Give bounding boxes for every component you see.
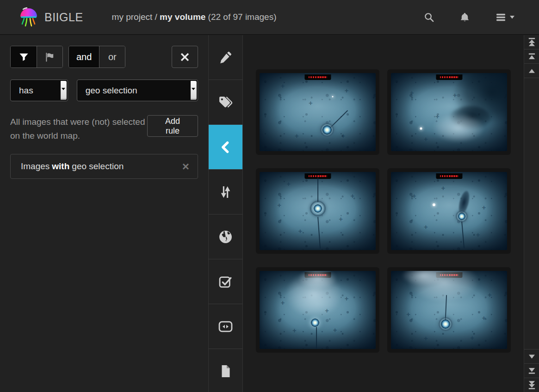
timestamp-overlay — [436, 173, 462, 179]
cross-overlay: + — [295, 132, 299, 140]
notifications-button[interactable] — [458, 10, 472, 24]
negate-select-value: has — [11, 86, 49, 96]
seafloor-photo: ++++ — [391, 73, 507, 151]
toolbar-tab-image-labels[interactable] — [209, 304, 242, 349]
thumbnail-6[interactable]: +++++ — [387, 267, 511, 353]
timestamp-digits — [440, 175, 458, 177]
select-dropdown-strip — [61, 81, 67, 100]
rule-prefix: Images — [21, 161, 50, 172]
timestamp-overlay — [304, 272, 331, 278]
thumbnail-4[interactable]: +++++ — [387, 168, 511, 254]
image-grid: +++++++++++++++++++++++++++++ — [256, 69, 511, 353]
cross-overlay: + — [476, 231, 480, 239]
scroll-page-down-button[interactable] — [524, 363, 539, 378]
step-down-icon — [527, 354, 536, 360]
cross-overlay: + — [435, 112, 440, 120]
operator-toggle: and or — [68, 46, 125, 68]
toolbar-tab-labels[interactable] — [209, 80, 242, 125]
thumbnail-5[interactable]: +++++ — [256, 267, 379, 353]
orb-overlay — [322, 125, 332, 135]
filter-panel: and or has geo selection All images that… — [0, 35, 208, 392]
cross-overlay: + — [277, 201, 281, 208]
dropdown-arrow-icon — [62, 88, 65, 90]
seafloor-photo: +++++ — [260, 271, 376, 349]
breadcrumb: my project / my volume (22 of 97 images) — [112, 12, 277, 22]
cross-overlay: + — [406, 310, 410, 318]
filter-mode-button[interactable] — [11, 46, 37, 67]
flag-mode-button[interactable] — [37, 46, 62, 67]
breadcrumb-separator: / — [152, 12, 160, 22]
step-up-icon — [527, 68, 536, 74]
seafloor-photo: +++++ — [391, 271, 507, 349]
negate-select[interactable]: has — [10, 80, 68, 101]
scroll-page-up-button[interactable] — [524, 49, 539, 64]
pencil-icon — [218, 50, 233, 65]
toolbar-tab-annotate[interactable] — [209, 35, 242, 80]
search-button[interactable] — [422, 10, 436, 24]
timestamp-digits — [309, 274, 327, 276]
rule-type-select[interactable]: geo selection — [77, 80, 198, 101]
scroll-step-up-button[interactable] — [524, 64, 539, 78]
stalk-overlay — [328, 110, 348, 130]
timestamp-overlay — [436, 74, 462, 80]
biigle-jellyfish-logo-icon — [19, 6, 39, 28]
seafloor-photo: +++++ — [391, 172, 507, 250]
mist-overlay — [407, 271, 479, 302]
scroll-top-buttons — [524, 35, 539, 78]
toolbar-tab-reports[interactable] — [209, 349, 242, 392]
scroll-bottom-buttons — [524, 349, 539, 392]
breadcrumb-project-link[interactable]: my project — [112, 12, 153, 22]
breadcrumb-image-count: (22 of 97 images) — [205, 12, 276, 22]
cross-overlay: + — [309, 99, 313, 107]
cross-overlay: + — [482, 203, 486, 211]
remove-rule-button[interactable]: × — [182, 160, 189, 172]
cross-overlay: + — [292, 326, 297, 334]
globe-icon — [218, 230, 233, 244]
jump-bottom-icon — [527, 380, 536, 390]
image-gallery: +++++++++++++++++++++++++++++ — [243, 35, 524, 392]
scroll-step-down-button[interactable] — [524, 349, 539, 363]
or-operator-button[interactable]: or — [99, 46, 125, 67]
times-icon — [180, 52, 190, 62]
main-menu-button[interactable] — [493, 10, 517, 25]
spark-overlay — [420, 127, 422, 129]
cross-overlay: + — [345, 294, 349, 302]
mist-overlay — [285, 271, 343, 318]
orb-overlay — [458, 213, 465, 220]
cross-overlay: + — [424, 135, 428, 142]
timestamp-overlay — [304, 74, 331, 80]
timestamp-digits — [440, 274, 458, 276]
cross-overlay: + — [339, 215, 343, 223]
cross-overlay: + — [286, 180, 291, 188]
thumbnail-3[interactable]: +++++ — [256, 168, 379, 254]
rosette-overlay — [456, 210, 468, 222]
stalk-overlay — [317, 177, 318, 202]
brand-link[interactable]: BIIGLE — [19, 6, 83, 28]
toolbar-tab-select[interactable] — [209, 259, 242, 304]
jump-top-icon — [527, 37, 536, 47]
timestamp-digits — [440, 76, 458, 78]
stalk-overlay — [461, 221, 465, 248]
rosette-overlay — [310, 201, 326, 216]
brand-title: BIIGLE — [44, 11, 83, 24]
toolbar-tab-geo-map[interactable] — [209, 214, 242, 259]
rule-type-select-value: geo selection — [77, 86, 153, 96]
cross-overlay: + — [470, 333, 474, 341]
toolbar-tab-sort[interactable] — [209, 170, 242, 214]
scroll-jump-top-button[interactable] — [524, 35, 539, 49]
caret-down-icon — [509, 15, 515, 19]
and-operator-button[interactable]: and — [69, 46, 99, 67]
cross-overlay: + — [341, 132, 345, 140]
cross-overlay: + — [281, 298, 285, 306]
add-rule-button[interactable]: Add rule — [147, 115, 198, 137]
chevron-left-icon — [220, 141, 231, 154]
cross-overlay: + — [298, 227, 302, 234]
timestamp-overlay — [304, 173, 331, 179]
clear-filter-button[interactable] — [172, 46, 198, 68]
menu-icon — [495, 12, 507, 23]
thumbnail-2[interactable]: ++++ — [387, 69, 511, 155]
thumbnail-1[interactable]: +++++ — [256, 69, 379, 155]
toolbar-tab-filter-open[interactable] — [209, 125, 242, 170]
scroll-jump-bottom-button[interactable] — [524, 378, 539, 392]
bell-icon — [459, 12, 470, 23]
